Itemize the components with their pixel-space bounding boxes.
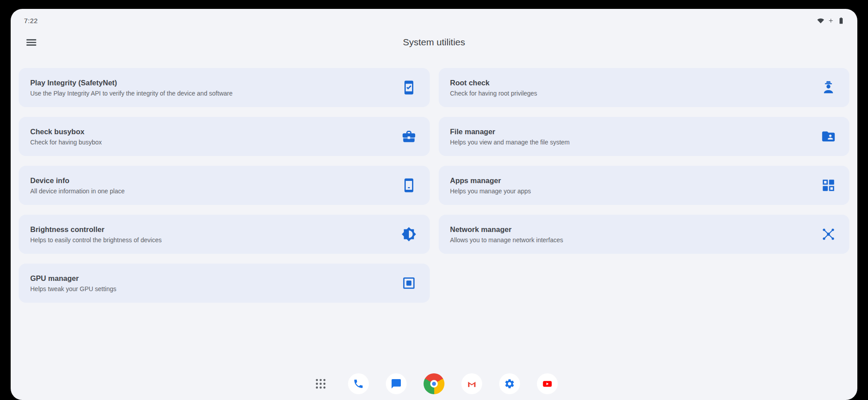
card-text: Check busybox Check for having busybox [30,128,102,146]
card-play-integrity[interactable]: Play Integrity (SafetyNet) Use the Play … [19,68,430,107]
battery-icon [837,17,845,24]
card-text: File manager Helps you view and manage t… [450,128,570,146]
dock-settings-button[interactable] [499,373,520,394]
card-text: Play Integrity (SafetyNet) Use the Play … [30,79,232,97]
card-text: Device info All device information in on… [30,176,124,195]
battery-plus-icon [828,18,834,24]
dock-chrome-button[interactable] [424,373,444,394]
root-user-icon [821,80,836,95]
wifi-icon [817,17,824,24]
gpu-chip-icon [401,276,416,291]
apps-grid-icon [821,178,836,193]
card-brightness-controller[interactable]: Brightness controller Helps to easily co… [19,215,430,254]
card-description: Use the Play Integrity API to verify the… [30,90,232,97]
tablet-screen: 7:22 System utilities Play Integrity (Sa… [11,9,857,400]
phone-call-icon [353,378,364,389]
page-title: System utilities [11,37,857,48]
card-description: Helps you manage your apps [450,188,531,195]
card-check-busybox[interactable]: Check busybox Check for having busybox [19,117,430,156]
card-device-info[interactable]: Device info All device information in on… [19,166,430,205]
settings-gear-icon [504,378,515,389]
dock-youtube-button[interactable] [537,373,558,394]
card-title: Apps manager [450,176,531,185]
cards-grid: Play Integrity (SafetyNet) Use the Play … [11,56,857,303]
card-apps-manager[interactable]: Apps manager Helps you manage your apps [439,166,850,205]
brightness-icon [401,227,416,242]
card-text: Network manager Allows you to manage net… [450,225,563,244]
card-title: Root check [450,79,537,87]
status-time: 7:22 [24,17,38,24]
card-title: Device info [30,176,124,185]
dock-app-drawer-button[interactable] [310,373,331,394]
card-title: Check busybox [30,128,102,136]
hamburger-menu-icon[interactable] [22,33,40,51]
card-text: Apps manager Helps you manage your apps [450,176,531,195]
app-bar: System utilities [11,28,857,56]
app-drawer-grid-icon [314,377,327,390]
card-title: Network manager [450,225,563,234]
dock-gmail-button[interactable] [461,373,482,394]
chat-bubble-icon [391,378,402,389]
dock-messages-button[interactable] [386,373,407,394]
card-text: GPU manager Helps tweak your GPU setting… [30,274,116,292]
phone-check-icon [401,80,416,95]
dock-phone-button[interactable] [348,373,369,394]
card-description: Helps to easily control the brightness o… [30,236,162,244]
card-network-manager[interactable]: Network manager Allows you to manage net… [439,215,850,254]
network-hub-icon [821,227,836,242]
card-description: Helps you view and manage the file syste… [450,139,570,146]
status-icons [817,17,845,24]
card-description: Helps tweak your GPU settings [30,285,116,292]
smartphone-icon [401,178,416,193]
status-bar: 7:22 [11,9,857,28]
card-text: Root check Check for having root privile… [450,79,537,97]
card-title: Brightness controller [30,225,162,234]
chrome-icon [424,373,444,394]
card-description: All device information in one place [30,188,124,195]
card-file-manager[interactable]: File manager Helps you view and manage t… [439,117,850,156]
folder-shared-icon [821,129,836,144]
card-root-check[interactable]: Root check Check for having root privile… [439,68,850,107]
gmail-icon [466,378,477,389]
taskbar-dock [11,373,857,400]
card-title: GPU manager [30,274,116,283]
card-text: Brightness controller Helps to easily co… [30,225,162,244]
card-description: Check for having root privileges [450,90,537,97]
youtube-icon [542,378,553,389]
card-title: Play Integrity (SafetyNet) [30,79,232,87]
briefcase-icon [401,129,416,144]
card-description: Allows you to manage network interfaces [450,236,563,244]
card-gpu-manager[interactable]: GPU manager Helps tweak your GPU setting… [19,264,430,303]
card-description: Check for having busybox [30,139,102,146]
card-title: File manager [450,128,570,136]
